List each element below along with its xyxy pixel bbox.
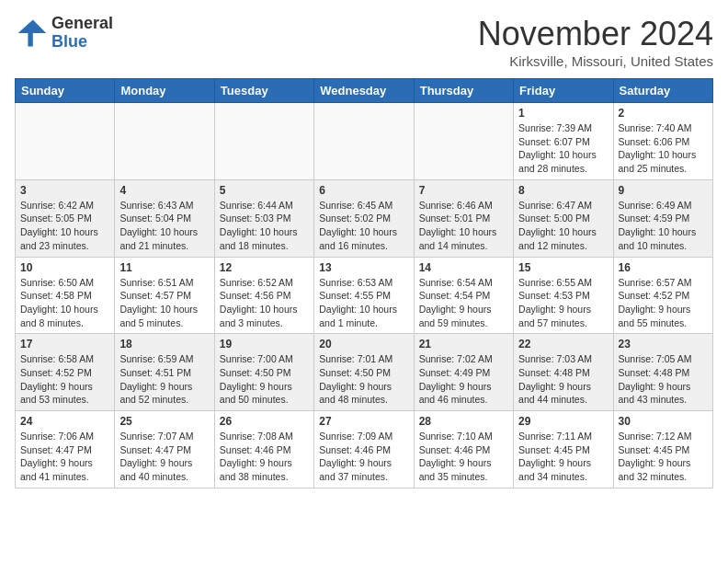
day-info: Sunrise: 6:52 AM Sunset: 4:56 PM Dayligh… bbox=[220, 276, 309, 330]
page-header: General Blue November 2024 Kirksville, M… bbox=[15, 15, 713, 69]
day-number: 18 bbox=[119, 338, 209, 350]
day-number: 17 bbox=[20, 338, 109, 350]
calendar-week-row: 24Sunrise: 7:06 AM Sunset: 4:47 PM Dayli… bbox=[16, 411, 713, 488]
day-info: Sunrise: 7:39 AM Sunset: 6:07 PM Dayligh… bbox=[518, 121, 608, 176]
calendar-cell: 13Sunrise: 6:53 AM Sunset: 4:55 PM Dayli… bbox=[314, 257, 414, 334]
calendar-cell: 2Sunrise: 7:40 AM Sunset: 6:06 PM Daylig… bbox=[613, 103, 712, 180]
day-info: Sunrise: 7:10 AM Sunset: 4:46 PM Dayligh… bbox=[419, 430, 508, 484]
day-number: 28 bbox=[419, 415, 508, 428]
day-number: 6 bbox=[319, 184, 408, 197]
day-info: Sunrise: 7:08 AM Sunset: 4:46 PM Dayligh… bbox=[220, 430, 309, 484]
day-number: 30 bbox=[619, 415, 708, 428]
day-number: 9 bbox=[619, 184, 708, 197]
calendar-cell: 29Sunrise: 7:11 AM Sunset: 4:45 PM Dayli… bbox=[514, 411, 613, 488]
location-text: Kirksville, Missouri, United States bbox=[478, 53, 713, 69]
day-info: Sunrise: 7:02 AM Sunset: 4:49 PM Dayligh… bbox=[419, 352, 508, 407]
day-number: 29 bbox=[518, 415, 608, 428]
day-info: Sunrise: 7:05 AM Sunset: 4:48 PM Dayligh… bbox=[619, 352, 708, 407]
day-number: 2 bbox=[619, 107, 708, 120]
day-number: 24 bbox=[20, 415, 109, 428]
weekday-header-friday: Friday bbox=[514, 79, 613, 103]
svg-marker-0 bbox=[18, 19, 47, 46]
calendar-cell: 23Sunrise: 7:05 AM Sunset: 4:48 PM Dayli… bbox=[613, 334, 712, 411]
day-number: 7 bbox=[419, 184, 508, 197]
day-info: Sunrise: 6:47 AM Sunset: 5:00 PM Dayligh… bbox=[518, 199, 608, 253]
day-number: 27 bbox=[319, 415, 408, 428]
calendar-cell: 19Sunrise: 7:00 AM Sunset: 4:50 PM Dayli… bbox=[214, 334, 313, 411]
day-number: 8 bbox=[518, 184, 608, 197]
day-number: 23 bbox=[619, 338, 708, 350]
calendar-cell: 6Sunrise: 6:45 AM Sunset: 5:02 PM Daylig… bbox=[314, 179, 414, 257]
day-info: Sunrise: 6:53 AM Sunset: 4:55 PM Dayligh… bbox=[319, 276, 408, 330]
day-info: Sunrise: 7:07 AM Sunset: 4:47 PM Dayligh… bbox=[119, 430, 209, 484]
calendar-table: SundayMondayTuesdayWednesdayThursdayFrid… bbox=[15, 78, 713, 488]
day-info: Sunrise: 7:11 AM Sunset: 4:45 PM Dayligh… bbox=[518, 430, 608, 484]
calendar-cell: 8Sunrise: 6:47 AM Sunset: 5:00 PM Daylig… bbox=[514, 179, 613, 257]
calendar-cell: 28Sunrise: 7:10 AM Sunset: 4:46 PM Dayli… bbox=[414, 411, 513, 488]
day-number: 20 bbox=[319, 338, 408, 350]
day-number: 11 bbox=[119, 261, 209, 274]
calendar-cell: 12Sunrise: 6:52 AM Sunset: 4:56 PM Dayli… bbox=[214, 257, 313, 334]
calendar-week-row: 10Sunrise: 6:50 AM Sunset: 4:58 PM Dayli… bbox=[16, 257, 713, 334]
day-info: Sunrise: 7:12 AM Sunset: 4:45 PM Dayligh… bbox=[619, 430, 708, 484]
day-number: 15 bbox=[518, 261, 608, 274]
calendar-cell: 16Sunrise: 6:57 AM Sunset: 4:52 PM Dayli… bbox=[613, 257, 712, 334]
day-number: 13 bbox=[319, 261, 408, 274]
day-number: 3 bbox=[20, 184, 109, 197]
day-info: Sunrise: 6:57 AM Sunset: 4:52 PM Dayligh… bbox=[619, 276, 708, 330]
day-info: Sunrise: 7:00 AM Sunset: 4:50 PM Dayligh… bbox=[220, 352, 309, 407]
logo: General Blue bbox=[15, 15, 113, 52]
day-number: 26 bbox=[220, 415, 309, 428]
calendar-cell: 15Sunrise: 6:55 AM Sunset: 4:53 PM Dayli… bbox=[514, 257, 613, 334]
calendar-cell: 18Sunrise: 6:59 AM Sunset: 4:51 PM Dayli… bbox=[115, 334, 214, 411]
day-number: 25 bbox=[119, 415, 209, 428]
day-number: 4 bbox=[119, 184, 209, 197]
calendar-cell bbox=[115, 103, 214, 180]
month-title: November 2024 bbox=[478, 15, 713, 53]
day-info: Sunrise: 6:54 AM Sunset: 4:54 PM Dayligh… bbox=[419, 276, 508, 330]
day-number: 12 bbox=[220, 261, 309, 274]
day-number: 14 bbox=[419, 261, 508, 274]
day-info: Sunrise: 6:59 AM Sunset: 4:51 PM Dayligh… bbox=[119, 352, 209, 407]
day-info: Sunrise: 6:55 AM Sunset: 4:53 PM Dayligh… bbox=[518, 276, 608, 330]
day-info: Sunrise: 7:06 AM Sunset: 4:47 PM Dayligh… bbox=[20, 430, 109, 484]
calendar-cell: 1Sunrise: 7:39 AM Sunset: 6:07 PM Daylig… bbox=[514, 103, 613, 180]
logo-text: General Blue bbox=[51, 15, 113, 52]
calendar-week-row: 3Sunrise: 6:42 AM Sunset: 5:05 PM Daylig… bbox=[16, 179, 713, 257]
day-info: Sunrise: 6:50 AM Sunset: 4:58 PM Dayligh… bbox=[20, 276, 109, 330]
calendar-cell: 22Sunrise: 7:03 AM Sunset: 4:48 PM Dayli… bbox=[514, 334, 613, 411]
day-info: Sunrise: 7:40 AM Sunset: 6:06 PM Dayligh… bbox=[619, 121, 708, 176]
calendar-cell bbox=[16, 103, 115, 180]
calendar-cell: 7Sunrise: 6:46 AM Sunset: 5:01 PM Daylig… bbox=[414, 179, 513, 257]
day-info: Sunrise: 6:51 AM Sunset: 4:57 PM Dayligh… bbox=[119, 276, 209, 330]
day-info: Sunrise: 6:43 AM Sunset: 5:04 PM Dayligh… bbox=[119, 199, 209, 253]
calendar-cell: 3Sunrise: 6:42 AM Sunset: 5:05 PM Daylig… bbox=[16, 179, 115, 257]
calendar-cell: 14Sunrise: 6:54 AM Sunset: 4:54 PM Dayli… bbox=[414, 257, 513, 334]
weekday-header-tuesday: Tuesday bbox=[214, 79, 313, 103]
calendar-cell: 5Sunrise: 6:44 AM Sunset: 5:03 PM Daylig… bbox=[214, 179, 313, 257]
weekday-header-thursday: Thursday bbox=[414, 79, 513, 103]
day-number: 5 bbox=[220, 184, 309, 197]
calendar-cell bbox=[414, 103, 513, 180]
day-info: Sunrise: 6:58 AM Sunset: 4:52 PM Dayligh… bbox=[20, 352, 109, 407]
day-number: 10 bbox=[20, 261, 109, 274]
logo-icon bbox=[15, 17, 48, 50]
calendar-cell: 4Sunrise: 6:43 AM Sunset: 5:04 PM Daylig… bbox=[115, 179, 214, 257]
calendar-cell: 17Sunrise: 6:58 AM Sunset: 4:52 PM Dayli… bbox=[16, 334, 115, 411]
day-number: 16 bbox=[619, 261, 708, 274]
day-info: Sunrise: 6:45 AM Sunset: 5:02 PM Dayligh… bbox=[319, 199, 408, 253]
day-info: Sunrise: 7:03 AM Sunset: 4:48 PM Dayligh… bbox=[518, 352, 608, 407]
calendar-cell bbox=[314, 103, 414, 180]
day-number: 1 bbox=[518, 107, 608, 120]
title-block: November 2024 Kirksville, Missouri, Unit… bbox=[478, 15, 713, 69]
day-number: 19 bbox=[220, 338, 309, 350]
calendar-cell: 21Sunrise: 7:02 AM Sunset: 4:49 PM Dayli… bbox=[414, 334, 513, 411]
calendar-cell: 24Sunrise: 7:06 AM Sunset: 4:47 PM Dayli… bbox=[16, 411, 115, 488]
day-info: Sunrise: 6:42 AM Sunset: 5:05 PM Dayligh… bbox=[20, 199, 109, 253]
weekday-header-monday: Monday bbox=[115, 79, 214, 103]
weekday-header-sunday: Sunday bbox=[16, 79, 115, 103]
day-info: Sunrise: 6:46 AM Sunset: 5:01 PM Dayligh… bbox=[419, 199, 508, 253]
day-info: Sunrise: 7:01 AM Sunset: 4:50 PM Dayligh… bbox=[319, 352, 408, 407]
day-number: 21 bbox=[419, 338, 508, 350]
calendar-header-row: SundayMondayTuesdayWednesdayThursdayFrid… bbox=[16, 79, 713, 103]
